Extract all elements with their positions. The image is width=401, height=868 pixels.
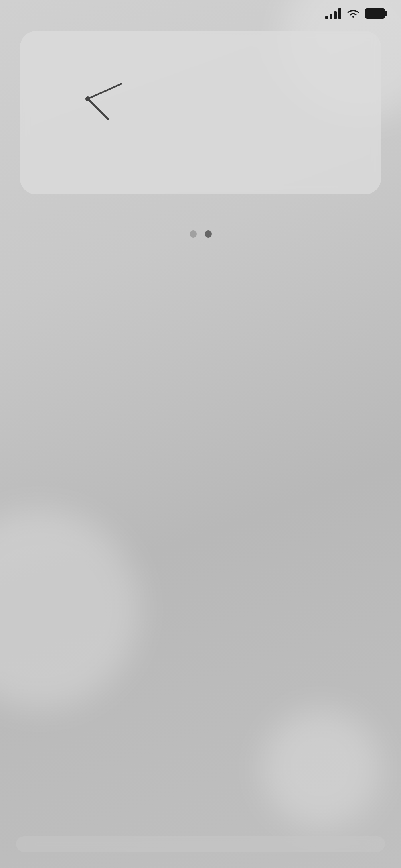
dock xyxy=(16,836,385,852)
clock-center xyxy=(85,96,90,101)
wifi-icon xyxy=(346,8,360,19)
clock-section xyxy=(36,47,365,151)
page-dot-2 xyxy=(205,230,212,238)
bg-decoration-2 xyxy=(0,509,140,709)
analog-clock xyxy=(36,47,140,151)
signal-icon xyxy=(325,8,341,19)
battery-icon xyxy=(365,8,385,19)
calendar-section xyxy=(36,171,365,179)
app-section xyxy=(0,214,401,238)
status-icons xyxy=(325,8,385,19)
bg-decoration-3 xyxy=(261,709,381,828)
page-dot-1 xyxy=(190,230,197,238)
page-dots xyxy=(20,230,381,238)
status-bar xyxy=(0,0,401,23)
widget xyxy=(20,31,381,194)
